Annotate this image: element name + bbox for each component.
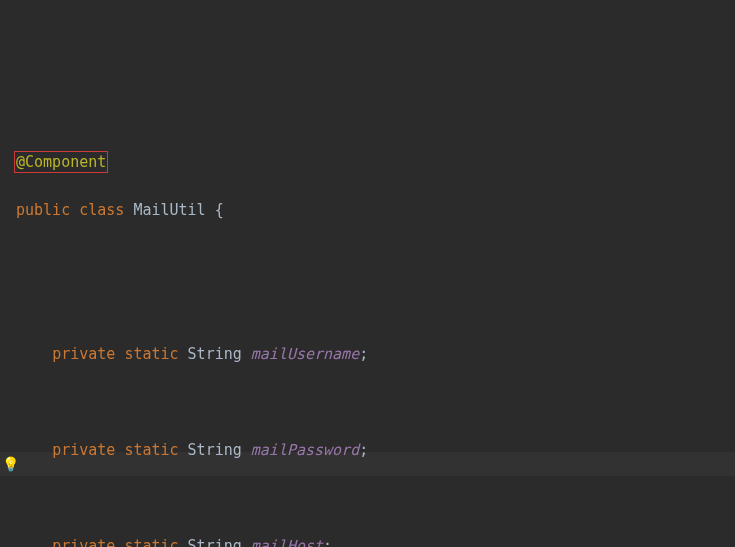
semicolon: ;	[323, 537, 332, 547]
field-mailUsername: mailUsername	[251, 345, 359, 363]
type-string: String	[188, 537, 242, 547]
class-name: MailUtil	[133, 201, 205, 219]
keyword-static: static	[124, 537, 178, 547]
keyword-static: static	[124, 441, 178, 459]
code-editor[interactable]: 💡 @Component public class MailUtil { pri…	[0, 0, 735, 547]
keyword-private: private	[52, 537, 115, 547]
keyword-static: static	[124, 345, 178, 363]
keyword-private: private	[52, 441, 115, 459]
type-string: String	[188, 345, 242, 363]
annotation-component: @Component	[16, 153, 106, 171]
keyword-public: public	[16, 201, 70, 219]
keyword-class: class	[79, 201, 124, 219]
field-mailHost: mailHost	[251, 537, 323, 547]
semicolon: ;	[359, 345, 368, 363]
type-string: String	[188, 441, 242, 459]
field-mailPassword: mailPassword	[251, 441, 359, 459]
code-text[interactable]: @Component public class MailUtil { priva…	[10, 126, 735, 547]
brace-open: {	[215, 201, 224, 219]
semicolon: ;	[359, 441, 368, 459]
keyword-private: private	[52, 345, 115, 363]
